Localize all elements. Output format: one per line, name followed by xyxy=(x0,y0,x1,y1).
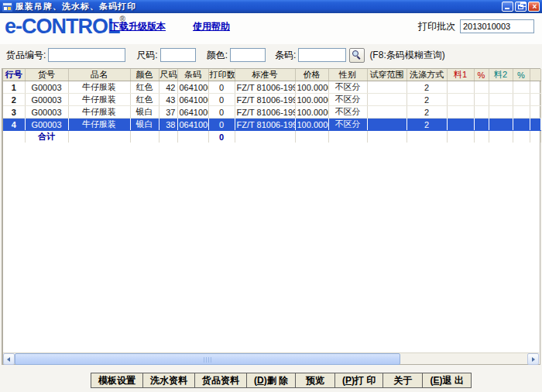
grid-cell[interactable] xyxy=(474,106,489,119)
download-upgrade-link[interactable]: 下载升级版本 xyxy=(110,20,166,33)
grid-cell[interactable]: 0 xyxy=(208,106,235,119)
grid-cell[interactable]: 0 xyxy=(208,94,235,106)
about-button[interactable]: 关于 xyxy=(382,373,423,388)
grid-cell[interactable] xyxy=(530,94,540,106)
grid-cell[interactable] xyxy=(474,81,489,94)
size-input[interactable] xyxy=(160,48,196,62)
grid-cell[interactable] xyxy=(513,81,530,94)
grid-cell[interactable]: G00003 xyxy=(25,94,68,106)
scroll-right-button[interactable] xyxy=(527,353,539,365)
grid-cell[interactable]: 银白 xyxy=(130,106,159,119)
barcode-search-button[interactable] xyxy=(349,48,365,63)
help-link[interactable]: 使用帮助 xyxy=(193,20,230,33)
delete-button[interactable]: (D)删 除 xyxy=(246,373,296,388)
grid-cell[interactable] xyxy=(367,119,406,131)
print-batch-input[interactable] xyxy=(460,19,534,33)
grid-cell[interactable] xyxy=(447,119,474,131)
grid-cell[interactable]: 100.0000 xyxy=(295,81,328,94)
grid-cell[interactable]: 100.0000 xyxy=(295,94,328,106)
grid-cell[interactable]: 1 xyxy=(3,81,25,94)
scrollbar-track[interactable] xyxy=(15,353,527,364)
grid-cell[interactable] xyxy=(367,106,406,119)
grid-cell[interactable]: 2 xyxy=(3,94,25,106)
grid-cell[interactable]: FZ/T 81006-1992 xyxy=(235,94,295,106)
grid-cell[interactable]: 2 xyxy=(406,119,447,131)
grid-cell[interactable]: 2 xyxy=(406,106,447,119)
grid-cell[interactable]: 牛仔服装 xyxy=(68,119,130,131)
grid-cell[interactable]: 100.0000 xyxy=(295,119,328,131)
scroll-left-button[interactable] xyxy=(3,353,15,365)
grid-cell[interactable] xyxy=(447,81,474,94)
grid-cell[interactable] xyxy=(367,94,406,106)
grid-cell[interactable]: FZ/T 81006-1992 xyxy=(235,106,295,119)
grid-cell[interactable]: 37 xyxy=(159,106,177,119)
grid-cell[interactable]: 牛仔服装 xyxy=(68,106,130,119)
wash-data-button[interactable]: 洗水资料 xyxy=(142,373,195,388)
grid-cell[interactable]: 2 xyxy=(406,94,447,106)
grid-cell[interactable]: 06410000 xyxy=(177,119,208,131)
grid-cell xyxy=(235,131,295,143)
grid-cell[interactable]: 100.0000 xyxy=(295,106,328,119)
grid-cell[interactable] xyxy=(447,94,474,106)
grid-cell[interactable]: 不区分 xyxy=(328,119,367,131)
horizontal-scrollbar[interactable] xyxy=(3,352,539,364)
close-button[interactable]: × xyxy=(528,2,540,12)
color-input[interactable] xyxy=(230,48,266,62)
grid-cell[interactable]: 4 xyxy=(3,119,25,131)
grid-cell[interactable]: 牛仔服装 xyxy=(68,94,130,106)
grid-cell[interactable]: 牛仔服装 xyxy=(68,81,130,94)
table-row[interactable]: 4G00003牛仔服装银白38064100000FZ/T 81006-19921… xyxy=(3,119,540,131)
scroll-right-icon xyxy=(532,357,535,362)
grid-cell[interactable]: FZ/T 81006-1992 xyxy=(235,81,295,94)
grid-cell[interactable] xyxy=(474,94,489,106)
restore-button[interactable] xyxy=(515,2,527,12)
grid-cell[interactable]: 2 xyxy=(406,81,447,94)
grid-cell[interactable] xyxy=(513,94,530,106)
grid-cell[interactable] xyxy=(530,119,540,131)
grid-cell[interactable] xyxy=(489,106,513,119)
table-row[interactable]: 1G00003牛仔服装红色42064100000FZ/T 81006-19921… xyxy=(3,81,540,94)
preview-button[interactable]: 预览 xyxy=(295,373,335,388)
grid-cell[interactable] xyxy=(513,119,530,131)
scrollbar-thumb[interactable] xyxy=(15,353,400,365)
grid-cell[interactable]: 不区分 xyxy=(328,94,367,106)
grid-cell[interactable]: 红色 xyxy=(130,81,159,94)
minimize-button[interactable] xyxy=(502,2,513,12)
grid-cell[interactable] xyxy=(474,119,489,131)
grid-cell[interactable]: 不区分 xyxy=(328,106,367,119)
grid-cell[interactable] xyxy=(447,106,474,119)
column-header: 标准号 xyxy=(235,69,295,81)
template-settings-button[interactable]: 模板设置 xyxy=(91,373,143,388)
grid-cell[interactable] xyxy=(489,119,513,131)
grid-cell[interactable] xyxy=(513,106,530,119)
grid-cell[interactable]: G00003 xyxy=(25,81,68,94)
grid-cell[interactable]: 银白 xyxy=(130,119,159,131)
grid-cell[interactable]: 红色 xyxy=(130,94,159,106)
grid-cell[interactable]: 06410000 xyxy=(177,81,208,94)
grid-cell[interactable]: 42 xyxy=(159,81,177,94)
product-data-button[interactable]: 货品资料 xyxy=(194,373,247,388)
grid-cell[interactable] xyxy=(530,106,540,119)
grid-cell[interactable] xyxy=(530,81,540,94)
barcode-input[interactable] xyxy=(298,48,346,62)
item-no-label: 货品编号: xyxy=(6,49,46,62)
grid-cell[interactable]: FZ/T 81006-1992 xyxy=(235,119,295,131)
grid-cell[interactable]: 43 xyxy=(159,94,177,106)
grid-cell[interactable]: G00003 xyxy=(25,119,68,131)
table-row[interactable]: 3G00003牛仔服装银白37064100000FZ/T 81006-19921… xyxy=(3,106,540,119)
grid-cell[interactable] xyxy=(489,81,513,94)
grid-cell[interactable]: 06410000 xyxy=(177,106,208,119)
grid-cell[interactable]: 3 xyxy=(3,106,25,119)
grid-cell[interactable]: 06410000 xyxy=(177,94,208,106)
grid-cell[interactable]: 38 xyxy=(159,119,177,131)
grid-cell[interactable]: 0 xyxy=(208,119,235,131)
grid-cell[interactable]: 0 xyxy=(208,81,235,94)
table-row[interactable]: 2G00003牛仔服装红色43064100000FZ/T 81006-19921… xyxy=(3,94,540,106)
grid-cell[interactable]: G00003 xyxy=(25,106,68,119)
grid-cell[interactable]: 不区分 xyxy=(328,81,367,94)
grid-cell[interactable] xyxy=(367,81,406,94)
print-button[interactable]: (P)打 印 xyxy=(334,373,383,388)
grid-cell[interactable] xyxy=(489,94,513,106)
item-no-input[interactable] xyxy=(48,48,125,62)
exit-button[interactable]: (E)退 出 xyxy=(422,373,471,388)
